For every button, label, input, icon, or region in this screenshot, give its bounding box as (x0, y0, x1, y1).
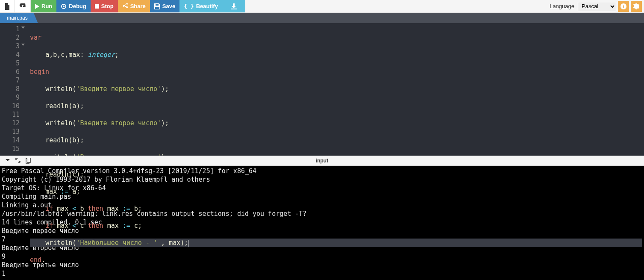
beautify-button[interactable]: { } Beautify (179, 0, 222, 12)
line-number: 10 (0, 102, 20, 110)
expand-button[interactable] (15, 158, 21, 164)
code-line: writeln('Введите второе число'); (30, 119, 642, 127)
save-icon (154, 3, 160, 9)
line-number: 7 (0, 76, 20, 85)
code-line: var (30, 33, 642, 42)
stop-label: Stop (101, 3, 114, 9)
file-icon (4, 3, 10, 10)
code-line: readln(a); (30, 102, 642, 110)
braces-icon: { } (184, 3, 194, 9)
save-button[interactable]: Save (150, 0, 179, 12)
collapse-button[interactable] (5, 158, 10, 164)
copy-icon (26, 158, 31, 164)
svg-text:i: i (623, 4, 624, 9)
line-number: 11 (0, 110, 20, 119)
input-label: input (316, 158, 328, 164)
info-button[interactable]: i (618, 1, 629, 12)
line-number: 2 (0, 33, 20, 42)
upload-button[interactable] (15, 0, 31, 12)
run-label: Run (41, 3, 52, 9)
new-file-button[interactable] (0, 0, 15, 12)
svg-point-1 (63, 6, 65, 7)
toolbar-right: Language Pascal i (550, 0, 644, 12)
line-number: 12 (0, 119, 20, 127)
gear-icon (633, 3, 639, 9)
beautify-label: Beautify (196, 3, 218, 9)
chevron-down-icon (5, 158, 10, 163)
line-number: 1 (0, 25, 20, 33)
cursor (188, 240, 188, 247)
line-number: 5 (0, 59, 20, 68)
code-line: writeln('Введите первое число'); (30, 85, 642, 93)
language-select[interactable]: Pascal (578, 2, 616, 11)
code-line: writeln('Наибольшее число - ' , max); (30, 239, 642, 247)
save-label: Save (162, 3, 175, 9)
settings-button[interactable] (631, 1, 642, 12)
line-number: 9 (0, 93, 20, 102)
stop-icon (95, 4, 99, 9)
download-button[interactable] (222, 0, 245, 12)
code-line: a,b,c,max: integer; (30, 50, 642, 59)
splitter-bar[interactable]: input (0, 156, 644, 166)
play-icon (35, 4, 39, 9)
line-number: 4 (0, 50, 20, 59)
svg-rect-4 (155, 7, 159, 9)
run-button[interactable]: Run (31, 0, 56, 12)
code-area[interactable]: var a,b,c,max: integer; begin writeln('В… (23, 23, 644, 156)
expand-icon (15, 158, 21, 163)
debug-label: Debug (69, 3, 86, 9)
code-line: max := a; (30, 187, 642, 196)
code-line: end. (30, 256, 642, 264)
code-line: readln(c); (30, 170, 642, 179)
bug-icon (61, 3, 67, 9)
code-line: if max < b then max := b; (30, 204, 642, 213)
download-icon (231, 3, 237, 9)
code-line: if max < c then max := c; (30, 221, 642, 230)
toolbar-spacer (245, 0, 550, 12)
line-number: 8 (0, 85, 20, 93)
language-label: Language (550, 3, 574, 9)
copy-button[interactable] (26, 158, 31, 164)
info-icon: i (620, 3, 626, 9)
tabbar: main.pas (0, 13, 644, 23)
file-tab-label: main.pas (7, 15, 28, 21)
code-line: readln(b); (30, 136, 642, 144)
upload-icon (19, 3, 26, 9)
line-number: 15 (0, 144, 20, 153)
debug-button[interactable]: Debug (56, 0, 90, 12)
share-label: Share (130, 3, 146, 9)
gutter: 1 2 3 4 5 6 7 8 9 10 11 12 13 14 15 (0, 23, 23, 156)
share-icon (122, 3, 128, 9)
toolbar: Run Debug Stop Share Save { } Beautify L… (0, 0, 644, 13)
svg-rect-3 (156, 4, 159, 6)
stop-button[interactable]: Stop (91, 0, 118, 12)
svg-rect-8 (27, 158, 30, 162)
code-line: begin (30, 68, 642, 76)
share-button[interactable]: Share (118, 0, 150, 12)
code-line (30, 273, 642, 280)
splitter-controls (0, 158, 31, 164)
line-number: 6 (0, 68, 20, 76)
line-number: 14 (0, 136, 20, 144)
file-tab[interactable]: main.pas (0, 13, 38, 23)
line-number: 3 (0, 42, 20, 50)
code-editor[interactable]: 1 2 3 4 5 6 7 8 9 10 11 12 13 14 15 var … (0, 23, 644, 156)
line-number: 13 (0, 127, 20, 136)
svg-rect-2 (95, 4, 99, 9)
